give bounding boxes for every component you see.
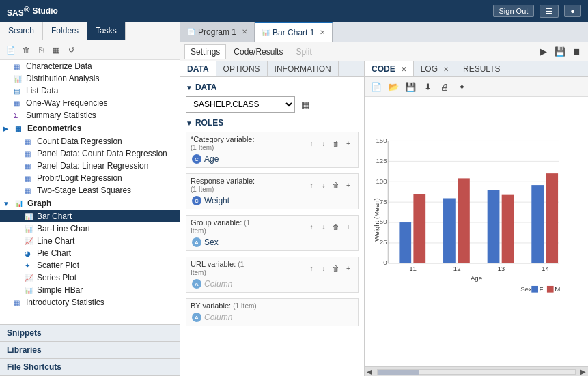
tab-bar-chart1[interactable]: 📊 Bar Chart 1 ✕ xyxy=(255,22,333,42)
url-label-text: URL variable: (1Item) xyxy=(191,260,244,276)
sidebar-tab-search[interactable]: Search xyxy=(0,22,43,40)
delete-task-button[interactable]: 🗑 xyxy=(19,43,33,57)
panel-tabs: DATA OPTIONS INFORMATION xyxy=(180,61,364,77)
program1-close-button[interactable]: ✕ xyxy=(242,28,247,35)
url-delete-button[interactable]: 🗑 xyxy=(331,263,341,274)
sidebar-group-econometrics[interactable]: ▶ ▦ Econometrics xyxy=(0,121,180,135)
url-add-button[interactable]: + xyxy=(343,263,354,274)
main-content: 📄 Program 1 ✕ 📊 Bar Chart 1 ✕ Settings C… xyxy=(180,22,588,376)
group-add-button[interactable]: + xyxy=(343,221,354,232)
panel-tab-data[interactable]: DATA xyxy=(180,61,216,76)
sidebar-item-label: List Data xyxy=(26,86,58,96)
toolbar-new-button[interactable]: 📄 xyxy=(369,79,384,94)
toolbar-beautify-button[interactable]: ✦ xyxy=(454,79,469,94)
dataset-select[interactable]: SASHELP.CLASS xyxy=(186,96,295,113)
log-tab-close[interactable]: ✕ xyxy=(443,66,449,73)
sidebar-item-list-data[interactable]: ▤ List Data xyxy=(0,85,180,97)
bar-chart1-close-button[interactable]: ✕ xyxy=(320,29,325,36)
sidebar-group-graph[interactable]: ▼ 📊 Graph xyxy=(0,197,180,210)
toolbar-open-button[interactable]: 📂 xyxy=(386,79,401,94)
sidebar-item-count-data[interactable]: ▦ Count Data Regression xyxy=(0,135,180,147)
sidebar-item-distribution-analysis[interactable]: 📊 Distribution Analysis xyxy=(0,72,180,85)
settings-tab-settings[interactable]: Settings xyxy=(184,44,226,59)
panel-tab-options[interactable]: OPTIONS xyxy=(216,61,268,76)
response-controls: ↑ ↓ 🗑 + xyxy=(306,179,354,190)
url-down-button[interactable]: ↓ xyxy=(318,263,329,274)
sidebar-item-bar-chart[interactable]: 📊 Bar Chart xyxy=(0,210,180,222)
refresh-task-button[interactable]: ↺ xyxy=(64,43,78,57)
save-button[interactable]: 💾 xyxy=(552,44,568,59)
role-label-category: *Category variable:(1 Item) ↑ ↓ 🗑 + xyxy=(191,135,354,151)
two-stage-icon: ▦ xyxy=(25,187,34,194)
menu-button[interactable]: ☰ xyxy=(540,5,559,18)
dataset-browse-button[interactable]: ▦ xyxy=(298,97,313,112)
category-delete-button[interactable]: 🗑 xyxy=(331,138,341,149)
group-delete-button[interactable]: 🗑 xyxy=(331,221,341,232)
copy-task-button[interactable]: ⎘ xyxy=(34,43,48,57)
panel-content: ▼ DATA SASHELP.CLASS ▦ ▼ ROLES xyxy=(180,77,364,376)
sidebar-item-scatter-plot[interactable]: ✦ Scatter Plot xyxy=(0,259,180,272)
stop-button[interactable]: ⏹ xyxy=(569,44,584,59)
code-tab-code[interactable]: CODE ✕ xyxy=(365,61,414,76)
x-label-11: 11 xyxy=(409,265,417,272)
sidebar-item-one-way-freq[interactable]: ▦ One-Way Frequencies xyxy=(0,97,180,109)
response-up-button[interactable]: ↑ xyxy=(306,179,317,190)
help-button[interactable]: ● xyxy=(564,5,581,17)
group-down-button[interactable]: ↓ xyxy=(318,221,329,232)
sidebar-item-summary-stats[interactable]: Σ Summary Statistics xyxy=(0,109,180,121)
summary-stats-icon: Σ xyxy=(14,112,23,119)
libraries-section[interactable]: Libraries xyxy=(0,342,180,359)
panel-tab-information[interactable]: INFORMATION xyxy=(268,61,339,76)
sidebar-tab-folders[interactable]: Folders xyxy=(43,22,87,40)
sidebar-item-pie-chart[interactable]: ◕ Pie Chart xyxy=(0,247,180,259)
paste-task-button[interactable]: ▦ xyxy=(49,43,63,57)
sidebar-item-label: Series Plot xyxy=(37,273,76,283)
response-down-button[interactable]: ↓ xyxy=(318,179,329,190)
file-shortcuts-section[interactable]: File Shortcuts xyxy=(0,359,180,376)
sidebar-item-series-plot[interactable]: 📈 Series Plot xyxy=(0,272,180,284)
response-delete-button[interactable]: 🗑 xyxy=(331,179,341,190)
weight-icon: C xyxy=(192,196,201,205)
data-section-header[interactable]: ▼ DATA xyxy=(186,83,359,92)
code-tabs: CODE ✕ LOG ✕ RESULTS xyxy=(365,61,588,77)
sidebar-item-characterize-data[interactable]: ▦ Characterize Data xyxy=(0,60,180,72)
scroll-track[interactable] xyxy=(377,369,576,375)
code-tab-log[interactable]: LOG ✕ xyxy=(414,61,456,76)
toolbar-print-button[interactable]: 🖨 xyxy=(437,79,452,94)
snippets-section[interactable]: Snippets xyxy=(0,325,180,342)
scroll-thumb[interactable] xyxy=(378,370,419,375)
settings-tab-split[interactable]: Split xyxy=(290,45,317,59)
x-label-12: 12 xyxy=(453,265,461,272)
settings-tab-code-results[interactable]: Code/Results xyxy=(227,44,289,59)
sidebar-item-two-stage[interactable]: ▦ Two-Stage Least Squares xyxy=(0,184,180,197)
sidebar-tab-tasks[interactable]: Tasks xyxy=(87,22,126,40)
url-up-button[interactable]: ↑ xyxy=(306,263,317,274)
tab-program1[interactable]: 📄 Program 1 ✕ xyxy=(180,22,255,42)
code-tab-close[interactable]: ✕ xyxy=(401,66,406,73)
toolbar-save-code-button[interactable]: 💾 xyxy=(403,79,418,94)
toolbar-download-button[interactable]: ⬇ xyxy=(420,79,435,94)
response-label-text: Response variable:(1 Item) xyxy=(191,177,255,193)
sidebar-item-probit-logit[interactable]: ▦ Probit/Logit Regression xyxy=(0,172,180,184)
horizontal-scrollbar[interactable]: ◀ ▶ xyxy=(365,366,588,376)
scroll-left-button[interactable]: ◀ xyxy=(365,367,374,377)
scroll-right-button[interactable]: ▶ xyxy=(578,367,588,377)
group-up-button[interactable]: ↑ xyxy=(306,221,317,232)
new-task-button[interactable]: 📄 xyxy=(4,43,18,57)
category-down-button[interactable]: ↓ xyxy=(318,138,329,149)
sign-out-button[interactable]: Sign Out xyxy=(493,5,535,17)
sidebar-item-bar-line-chart[interactable]: 📊 Bar-Line Chart xyxy=(0,222,180,235)
category-up-button[interactable]: ↑ xyxy=(306,138,317,149)
sidebar-item-simple-hbar[interactable]: 📊 Simple HBar xyxy=(0,284,180,296)
sidebar-item-panel-linear[interactable]: ▦ Panel Data: Linear Regression xyxy=(0,160,180,172)
sidebar-item-line-chart[interactable]: 📈 Line Chart xyxy=(0,235,180,247)
sidebar-item-introductory-stats[interactable]: ▦ Introductory Statistics xyxy=(0,296,180,308)
role-label-group: Group variable: (1Item) ↑ ↓ 🗑 + xyxy=(191,218,354,235)
bar-11-m xyxy=(413,194,425,263)
sidebar-item-panel-count[interactable]: ▦ Panel Data: Count Data Regression xyxy=(0,147,180,160)
roles-section-header[interactable]: ▼ ROLES xyxy=(186,118,359,128)
response-add-button[interactable]: + xyxy=(343,179,354,190)
category-add-button[interactable]: + xyxy=(343,138,354,149)
run-button[interactable]: ▶ xyxy=(536,44,551,59)
code-tab-results[interactable]: RESULTS xyxy=(456,61,507,76)
